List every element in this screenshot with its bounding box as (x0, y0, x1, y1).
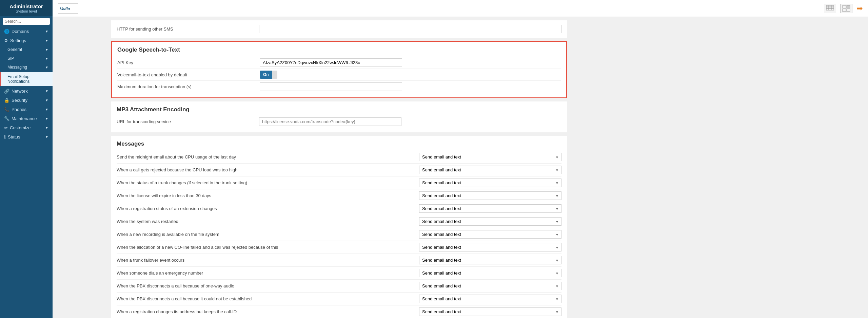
mp3-url-label: URL for transcoding service (117, 119, 259, 124)
search-input[interactable] (3, 18, 50, 25)
message-row: When a call gets rejected because the CP… (117, 164, 561, 176)
sidebar-item-email-setup[interactable]: Email SetupNotifications (0, 72, 53, 86)
http-input[interactable] (259, 25, 561, 33)
svg-rect-3 (826, 9, 834, 10)
svg-rect-1 (826, 5, 834, 7)
api-key-value (260, 58, 561, 67)
sidebar-item-general[interactable]: General ▼ (0, 45, 53, 54)
mp3-url-value (259, 117, 561, 126)
sidebar-header: Administrator System level (0, 0, 53, 16)
sidebar-item-label: General (7, 47, 22, 52)
message-select[interactable]: Send email and textSend email onlySend t… (419, 217, 561, 226)
sidebar-item-label: Customize (10, 125, 31, 130)
message-row: Send the midnight email about the CPU us… (117, 151, 561, 164)
http-label: HTTP for sending other SMS (117, 26, 259, 32)
phones-icon: 📞 (4, 107, 9, 112)
sidebar-item-domains[interactable]: 🌐 Domains ▼ (0, 27, 53, 36)
google-speech-title: Google Speech-to-Text (117, 46, 561, 53)
chevron-down-icon: ▼ (45, 126, 48, 130)
logo: Vodia (58, 3, 78, 14)
message-row: When someone dials an emergency numberSe… (117, 267, 561, 280)
message-select[interactable]: Send email and textSend email onlySend t… (419, 153, 561, 161)
chevron-down-icon: ▼ (45, 135, 48, 139)
sidebar-item-label: Security (12, 98, 27, 103)
messages-list: Send the midnight email about the CPU us… (117, 151, 561, 318)
chevron-down-icon: ▼ (45, 57, 48, 60)
max-duration-input[interactable] (260, 82, 402, 91)
chevron-down-icon: ▼ (45, 30, 48, 33)
chevron-down-icon: ▼ (45, 39, 48, 42)
sidebar-item-label: Settings (10, 38, 26, 43)
select-wrapper: Send email and textSend email onlySend t… (419, 217, 561, 226)
toggle-switch[interactable]: On (260, 71, 277, 79)
chevron-down-icon: ▼ (45, 66, 48, 69)
message-select[interactable]: Send email and textSend email onlySend t… (419, 243, 561, 251)
admin-subtitle: System level (4, 9, 48, 13)
message-label: When the system was restarted (117, 219, 419, 224)
message-select-container: Send email and textSend email onlySend t… (419, 307, 561, 316)
message-select[interactable]: Send email and textSend email onlySend t… (419, 269, 561, 277)
message-row: When a new recording is available on the… (117, 228, 561, 241)
api-key-input[interactable] (260, 58, 402, 67)
message-label: Send the midnight email about the CPU us… (117, 154, 419, 160)
exit-icon[interactable]: ➡ (856, 4, 863, 13)
mp3-url-input[interactable] (259, 117, 401, 126)
message-label: When the PBX disconnects a call because … (117, 283, 419, 288)
chevron-down-icon: ▼ (45, 98, 48, 102)
max-duration-row: Maximum duration for transcription (s) (117, 81, 561, 93)
message-label: When the PBX disconnects a call because … (117, 296, 419, 301)
table-view-icon[interactable] (824, 4, 836, 13)
sidebar-item-network[interactable]: 🔗 Network ▼ (0, 87, 53, 96)
message-label: When the allocation of a new CO-line fai… (117, 245, 419, 250)
sidebar-item-settings[interactable]: ⚙ Settings ▼ (0, 36, 53, 45)
main-content: HTTP for sending other SMS Google Speech… (105, 17, 868, 318)
svg-rect-7 (847, 5, 850, 8)
grid-view-icon[interactable] (840, 4, 852, 13)
max-duration-value (260, 82, 561, 91)
message-label: When the status of a trunk changes (if s… (117, 180, 419, 185)
sidebar: Administrator System level 🌐 Domains ▼ ⚙… (0, 0, 53, 318)
voicemail-toggle-container: On (260, 71, 561, 79)
message-select[interactable]: Send email and textSend email onlySend t… (419, 179, 561, 187)
mp3-encoding-section: MP3 Attachment Encoding URL for transcod… (111, 101, 567, 132)
message-select[interactable]: Send email and textSend email onlySend t… (419, 256, 561, 264)
message-select[interactable]: Send email and textSend email onlySend t… (419, 307, 561, 316)
sidebar-item-customize[interactable]: ✏ Customize ▼ (0, 123, 53, 132)
svg-rect-9 (847, 9, 850, 12)
message-select[interactable]: Send email and textSend email onlySend t… (419, 230, 561, 239)
sidebar-item-maintenance[interactable]: 🔧 Maintenance ▼ (0, 114, 53, 123)
toggle-on-label: On (260, 71, 272, 79)
sidebar-item-phones[interactable]: 📞 Phones ▼ (0, 105, 53, 114)
sidebar-item-messaging[interactable]: Messaging ▼ (0, 63, 53, 72)
message-select[interactable]: Send email and textSend email onlySend t… (419, 166, 561, 174)
sidebar-item-security[interactable]: 🔒 Security ▼ (0, 96, 53, 105)
mp3-title: MP3 Attachment Encoding (117, 106, 561, 113)
sidebar-item-label: Maintenance (12, 116, 37, 121)
message-select[interactable]: Send email and textSend email onlySend t… (419, 295, 561, 303)
voicemail-label: Voicemail-to-text enabled by default (117, 72, 260, 77)
message-select-container: Send email and textSend email onlySend t… (419, 230, 561, 239)
message-label: When a registration changes its address … (117, 309, 419, 314)
sidebar-item-label: Messaging (7, 65, 27, 70)
select-wrapper: Send email and textSend email onlySend t… (419, 243, 561, 251)
message-label: When a registration status of an extensi… (117, 206, 419, 211)
sidebar-item-sip[interactable]: SIP ▼ (0, 54, 53, 63)
message-select[interactable]: Send email and textSend email onlySend t… (419, 191, 561, 200)
http-form-row: HTTP for sending other SMS (117, 23, 561, 35)
security-icon: 🔒 (4, 98, 9, 103)
message-label: When the license will expire in less tha… (117, 193, 419, 198)
message-select-container: Send email and textSend email onlySend t… (419, 191, 561, 200)
topbar-logo: Vodia (58, 3, 78, 14)
content-area: HTTP for sending other SMS Google Speech… (105, 17, 573, 318)
message-row: When the system was restartedSend email … (117, 215, 561, 228)
sidebar-search-container (0, 16, 53, 27)
sidebar-item-status[interactable]: ℹ Status ▼ (0, 132, 53, 142)
message-select[interactable]: Send email and textSend email onlySend t… (419, 282, 561, 290)
message-row: When the PBX disconnects a call because … (117, 280, 561, 293)
select-wrapper: Send email and textSend email onlySend t… (419, 191, 561, 200)
topbar-right: ➡ (824, 4, 863, 13)
customize-icon: ✏ (4, 125, 8, 130)
svg-rect-8 (843, 9, 846, 12)
message-select[interactable]: Send email and textSend email onlySend t… (419, 204, 561, 213)
sidebar-item-label: Phones (12, 107, 26, 112)
